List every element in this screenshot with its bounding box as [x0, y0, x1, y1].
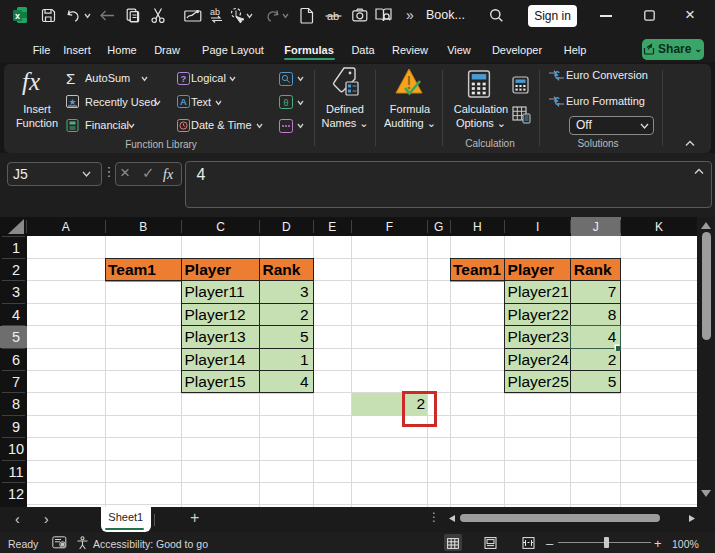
svg-text:€: €	[554, 96, 560, 107]
svg-text:ab: ab	[210, 7, 220, 17]
svg-text:θ: θ	[283, 98, 288, 108]
svg-text:★: ★	[68, 97, 76, 107]
svg-text:A: A	[180, 96, 187, 107]
svg-text:?: ?	[181, 73, 187, 84]
svg-text:x: x	[15, 11, 20, 21]
svg-text:€: €	[554, 70, 560, 81]
